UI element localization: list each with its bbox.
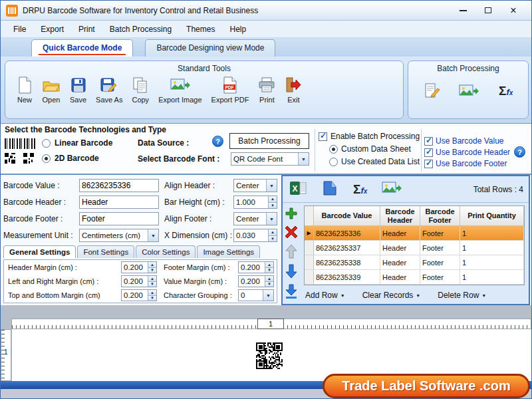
spin-up-icon[interactable]: ▲ xyxy=(148,290,156,295)
spin-up-icon[interactable]: ▲ xyxy=(269,229,277,235)
cell-value[interactable]: 86236235337 xyxy=(314,241,380,255)
menu-themes[interactable]: Themes xyxy=(179,22,222,37)
footer-margin-spinner[interactable]: 0.200 ▲▼ xyxy=(238,261,274,273)
batch-export-image-button[interactable] xyxy=(454,80,483,102)
value-margin-spinner[interactable]: 0.200 ▲▼ xyxy=(238,275,274,287)
menu-batch-processing[interactable]: Batch Processing xyxy=(102,22,179,37)
use-barcode-header-checkbox[interactable]: ✓ xyxy=(424,148,433,157)
enable-batch-label[interactable]: Enable Batch Processing xyxy=(331,132,420,141)
enable-batch-checkbox[interactable]: ✓ xyxy=(319,132,327,141)
open-button[interactable]: Open xyxy=(37,74,65,106)
align-footer-select[interactable]: Center ▼ xyxy=(233,212,277,225)
column-header-barcode-value[interactable]: Barcode Value xyxy=(314,206,380,226)
copy-button[interactable]: Copy xyxy=(127,74,154,106)
cell-footer[interactable]: Footer xyxy=(420,255,460,270)
move-row-up-button[interactable] xyxy=(285,244,298,261)
cell-header[interactable]: Header xyxy=(380,255,420,270)
cell-footer[interactable]: Footer xyxy=(420,270,460,285)
row-selector[interactable] xyxy=(305,255,314,270)
use-barcode-footer-label[interactable]: Use Barcode Footer xyxy=(436,159,507,168)
use-barcode-footer-checkbox[interactable]: ✓ xyxy=(424,160,433,168)
column-header-barcode-footer[interactable]: Barcode Footer xyxy=(420,206,460,226)
x-dimension-spinner[interactable]: 0.030 ▲▼ xyxy=(233,229,277,242)
spin-down-icon[interactable]: ▼ xyxy=(269,202,277,209)
barcode-font-select[interactable]: QR Code Font ▼ xyxy=(231,152,309,166)
spinner-arrows[interactable]: ▲▼ xyxy=(268,196,277,208)
cell-qty[interactable]: 1 xyxy=(460,226,524,241)
chevron-down-icon[interactable]: ▼ xyxy=(266,180,277,192)
chevron-down-icon[interactable]: ▼ xyxy=(298,153,309,165)
spin-down-icon[interactable]: ▼ xyxy=(148,295,156,301)
character-grouping-select[interactable]: 0 ▼ xyxy=(238,289,274,301)
cell-header[interactable]: Header xyxy=(380,226,420,241)
spinner-arrows[interactable]: ▲▼ xyxy=(148,290,156,301)
export-pdf-button[interactable]: PDF Export PDF xyxy=(207,74,254,106)
maximize-button[interactable] xyxy=(475,3,501,19)
row-selector[interactable] xyxy=(305,270,314,285)
spin-down-icon[interactable]: ▼ xyxy=(265,267,273,273)
header-margin-spinner[interactable]: 0.200 ▲▼ xyxy=(121,261,157,273)
chevron-down-icon[interactable]: ▼ xyxy=(266,213,277,225)
use-barcode-header-label[interactable]: Use Barcode Header xyxy=(436,148,510,157)
custom-data-sheet-label[interactable]: Custom Data Sheet xyxy=(341,144,411,154)
row-selector[interactable]: ▶ xyxy=(305,226,314,241)
barcode-value-input[interactable] xyxy=(79,179,159,192)
data-source-help-button[interactable]: ? xyxy=(212,136,223,147)
spinner-arrows[interactable]: ▲▼ xyxy=(265,262,273,273)
batch-options-help-button[interactable]: ? xyxy=(514,146,525,158)
row-selector[interactable] xyxy=(305,241,314,255)
tab-barcode-designing-view-mode[interactable]: Barcode Designing view Mode xyxy=(145,39,275,57)
data-sheet-button[interactable] xyxy=(321,180,338,198)
barcode-footer-input[interactable] xyxy=(79,212,159,225)
tab-font-settings[interactable]: Font Settings xyxy=(77,245,134,258)
menu-help[interactable]: Help xyxy=(222,22,253,37)
batch-edit-button[interactable] xyxy=(419,80,444,102)
menu-export[interactable]: Export xyxy=(33,22,71,37)
spin-up-icon[interactable]: ▲ xyxy=(265,276,273,281)
cell-footer[interactable]: Footer xyxy=(420,241,460,255)
spin-up-icon[interactable]: ▲ xyxy=(269,196,277,202)
export-image-button[interactable]: Export Image xyxy=(154,74,206,106)
print-button[interactable]: Print xyxy=(253,74,280,106)
spinner-arrows[interactable]: ▲▼ xyxy=(148,276,156,287)
menu-file[interactable]: File xyxy=(6,22,33,37)
tab-color-settings[interactable]: Color Settings xyxy=(136,245,196,258)
linear-barcode-label[interactable]: Linear Barcode xyxy=(55,138,112,148)
spin-down-icon[interactable]: ▼ xyxy=(269,235,277,242)
2d-barcode-label[interactable]: 2D Barcode xyxy=(55,154,99,163)
chevron-down-icon[interactable]: ▼ xyxy=(148,229,158,241)
spinner-arrows[interactable]: ▲▼ xyxy=(268,229,277,241)
spinner-arrows[interactable]: ▲▼ xyxy=(148,262,156,273)
cell-footer[interactable]: Footer xyxy=(420,226,460,241)
use-barcode-value-checkbox[interactable]: ✓ xyxy=(424,137,433,146)
barcode-header-input[interactable] xyxy=(79,196,159,209)
cell-value[interactable]: 86236235336 xyxy=(314,226,380,241)
grid-formula-button[interactable]: Σfx xyxy=(353,182,367,197)
cell-value[interactable]: 86236235339 xyxy=(314,270,380,285)
linear-barcode-radio[interactable] xyxy=(42,139,51,148)
delete-row-button[interactable] xyxy=(285,225,298,241)
tab-image-settings[interactable]: Image Settings xyxy=(197,245,260,258)
clear-records-menu[interactable]: Clear Records▼ xyxy=(362,291,421,300)
spin-down-icon[interactable]: ▼ xyxy=(265,281,273,287)
spin-up-icon[interactable]: ▲ xyxy=(265,262,273,267)
batch-processing-button[interactable]: Batch Processing xyxy=(229,133,309,149)
batch-formula-button[interactable]: Σfx xyxy=(494,82,517,100)
spin-up-icon[interactable]: ▲ xyxy=(148,276,156,281)
measurement-unit-select[interactable]: Centimeters (cm) ▼ xyxy=(79,229,159,242)
move-row-bottom-button[interactable] xyxy=(285,284,298,301)
new-button[interactable]: New xyxy=(12,74,37,106)
save-button[interactable]: Save xyxy=(65,74,91,106)
cell-qty[interactable]: 1 xyxy=(460,270,524,285)
column-header-print-quantity[interactable]: Print Quantity xyxy=(460,206,524,226)
align-header-select[interactable]: Center ▼ xyxy=(233,179,277,192)
top-bottom-margin-spinner[interactable]: 0.200 ▲▼ xyxy=(121,289,157,301)
spin-down-icon[interactable]: ▼ xyxy=(148,267,156,273)
tab-quick-barcode-mode[interactable]: Quick Barcode Mode xyxy=(31,39,133,57)
spin-up-icon[interactable]: ▲ xyxy=(148,262,156,267)
spin-down-icon[interactable]: ▼ xyxy=(148,281,156,287)
cell-header[interactable]: Header xyxy=(380,241,420,255)
move-row-down-button[interactable] xyxy=(285,264,298,281)
menu-print[interactable]: Print xyxy=(71,22,102,37)
grid-export-image-button[interactable] xyxy=(382,180,402,198)
